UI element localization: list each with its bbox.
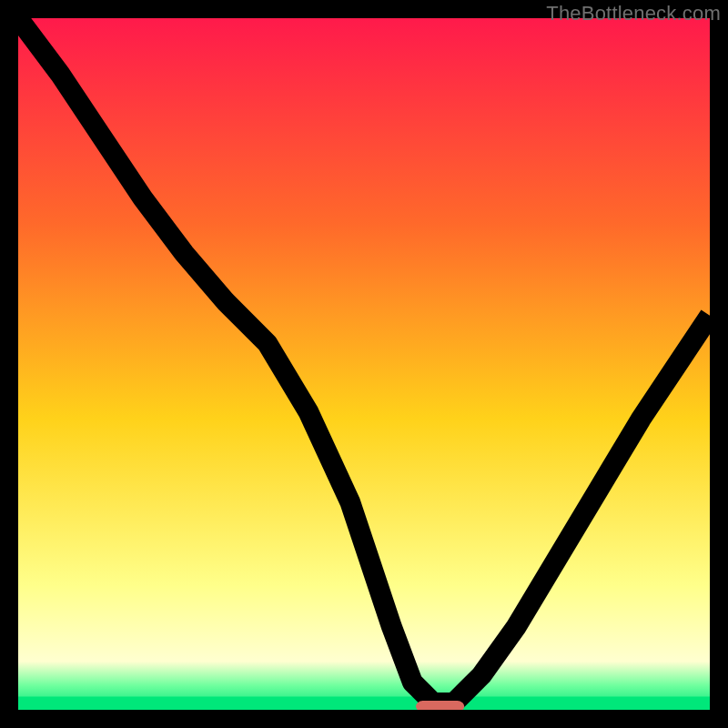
watermark-text: TheBottleneck.com (546, 2, 721, 25)
optimal-range-marker (416, 701, 464, 710)
bottleneck-chart (18, 18, 710, 710)
gradient-background (18, 18, 710, 710)
chart-frame: TheBottleneck.com (0, 0, 728, 728)
